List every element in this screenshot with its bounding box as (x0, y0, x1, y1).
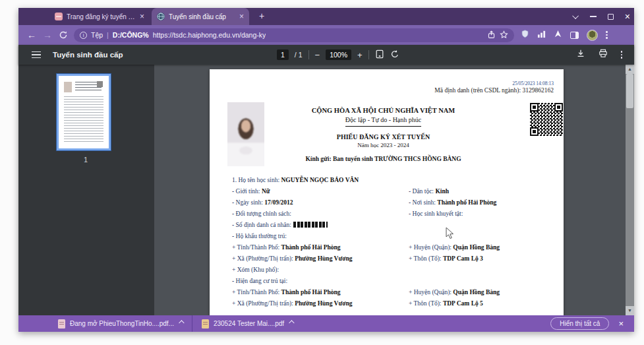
scroll-up-icon[interactable]: ▲ (626, 65, 634, 74)
download-item-chevron-icon[interactable] (179, 320, 184, 325)
show-all-downloads-button[interactable]: Hiển thị tất cả (550, 317, 609, 330)
page-thumbnail[interactable] (57, 74, 111, 150)
scroll-down-icon[interactable]: ▼ (626, 306, 634, 315)
print-timestamp: 25/05/2023 14:08:13 (512, 80, 554, 86)
download-icon[interactable] (576, 49, 585, 61)
new-tab-button[interactable]: + (256, 11, 268, 22)
national-title: CỘNG HÒA XÃ HỘI CHỦ NGHĨA VIỆT NAM (272, 106, 494, 115)
address-bar: ← → i Tệp | D:/CÔNG% https://tsdc.haipho… (18, 25, 634, 45)
download-item-label: 230524 Tester Mai....pdf (214, 320, 284, 327)
share-icon[interactable] (487, 30, 496, 40)
mouse-cursor (446, 227, 454, 242)
extension-shield-icon[interactable] (521, 29, 529, 41)
info-row: - Ngày sinh: 17/09/2012 - Nơi sinh: Thàn… (232, 197, 556, 208)
viewer-scrollbar[interactable]: ▲ ▼ (626, 65, 634, 315)
profile-avatar[interactable] (587, 30, 598, 41)
recipient-line: Kính gửi: Ban tuyển sinh TRƯỜNG THCS HỒN… (272, 155, 494, 164)
info-row: + Tỉnh/Thành Phố: Thành phố Hải Phòng + … (232, 242, 556, 253)
pdf-menu-kebab-icon[interactable] (621, 51, 623, 59)
tab-tuyen-sinh-dau-cap[interactable]: Tuyển sinh đầu cấp × (152, 8, 249, 25)
zoom-level-input[interactable]: 100% (326, 49, 351, 60)
url-omnibox[interactable]: i Tệp | D:/CÔNG% https://tsdc.haiphong.e… (74, 28, 514, 42)
pdf-menu-hamburger-icon[interactable] (32, 51, 41, 59)
form-title: PHIẾU ĐĂNG KÝ XÉT TUYỂN (272, 133, 494, 141)
info-row: - Hộ khẩu thường trú: (232, 231, 556, 242)
side-panel-icon[interactable] (570, 32, 579, 39)
download-item-2[interactable]: 230524 Tester Mai....pdf (192, 315, 302, 332)
bookmark-star-icon[interactable] (500, 30, 508, 40)
tab-title: Trang đăng ký tuyển sinh Hải Ph (67, 13, 136, 20)
extension-arrow-icon[interactable] (554, 29, 562, 41)
student-info-section: 1. Họ tên học sinh: NGUYỄN NGỌC BẢO VÂN … (232, 175, 556, 309)
zoom-out-button[interactable]: − (315, 50, 320, 60)
extension-stats-icon[interactable] (537, 29, 546, 41)
qr-code (528, 101, 564, 138)
page-number-input[interactable]: 1 (277, 49, 289, 60)
reload-icon[interactable] (55, 30, 71, 40)
url-divider: | (107, 31, 109, 39)
url-text: https://tsdc.haiphong.edu.vn/dang-ky (153, 31, 266, 39)
restore-icon[interactable] (608, 14, 614, 20)
info-row: - Đối tượng chính sách: - Học sinh khuyế… (232, 208, 556, 220)
download-item-chevron-icon[interactable] (289, 320, 294, 325)
info-row: - Hiện đang cư trú tại: (232, 276, 556, 287)
zoom-in-button[interactable]: + (357, 50, 363, 60)
desktop: { "theme": { "tabstrip_bg": "#483366", "… (0, 0, 644, 345)
document-viewport: 25/05/2023 14:08:13 Mã định danh (trên C… (154, 65, 634, 315)
school-year: Năm học 2023 - 2024 (272, 141, 494, 150)
pdf-file-icon (202, 319, 209, 329)
student-photo (227, 102, 264, 166)
pdf-document-title: Tuyển sinh đầu cấp (53, 51, 123, 59)
id-label: Mã định danh (trên CSDL ngành): (434, 87, 521, 94)
window-close-icon[interactable]: × (625, 13, 630, 20)
browser-menu-kebab-icon[interactable] (606, 31, 608, 39)
thumbnail-page-number: 1 (57, 156, 115, 164)
page-info-icon[interactable]: i (80, 32, 87, 39)
pdf-toolbar: Tuyển sinh đầu cấp 1 / 1 − 100% + (18, 45, 634, 65)
back-icon[interactable]: ← (24, 30, 40, 40)
browser-window: Trang đăng ký tuyển sinh Hải Ph × Tuyển … (18, 8, 634, 332)
shelf-close-icon[interactable]: × (618, 319, 624, 329)
extensions-area (521, 29, 608, 41)
globe-favicon-icon (157, 13, 165, 20)
redacted-id-value (293, 222, 328, 228)
info-row: + Xã (Phường/Thị trấn): Phường Hùng Vươn… (232, 298, 556, 309)
download-item-1[interactable]: Đang mở PhieuThongTinHo....pdf... (49, 315, 192, 332)
fit-page-icon[interactable] (375, 49, 384, 60)
info-row: + Xóm (Khu phố): (232, 265, 556, 276)
info-row: + Xã (Phường/Thị trấn): Phường Hùng Vươn… (232, 253, 556, 265)
pdf-file-icon (58, 319, 65, 329)
scrollbar-thumb[interactable] (626, 74, 633, 108)
forward-icon[interactable]: → (40, 30, 55, 40)
thumb-photo-block (64, 82, 72, 92)
motto: Độc lập - Tự do - Hạnh phúc (345, 115, 421, 127)
download-item-label: Đang mở PhieuThongTinHo....pdf... (70, 320, 174, 327)
tab-strip: Trang đăng ký tuyển sinh Hải Ph × Tuyển … (18, 8, 634, 25)
seal-favicon-icon (55, 13, 63, 20)
url-scheme-label: Tệp (91, 31, 103, 39)
info-row: 1. Họ tên học sinh: NGUYỄN NGỌC BẢO VÂN (232, 175, 556, 186)
minimize-icon[interactable] (590, 16, 597, 17)
tab-title: Tuyển sinh đầu cấp (169, 13, 235, 20)
print-icon[interactable] (599, 49, 608, 61)
tab-close-icon[interactable]: × (140, 13, 144, 20)
id-value: 3129862162 (523, 87, 554, 94)
rotate-icon[interactable] (390, 49, 399, 60)
url-bold-segment: D:/CÔNG% (113, 31, 149, 39)
pdf-page-controls: 1 / 1 − 100% + (277, 49, 399, 60)
info-row: + Tỉnh/Thành Phố: Thành phố Hải Phòng + … (232, 287, 556, 298)
pdf-page: 25/05/2023 14:08:13 Mã định danh (trên C… (210, 69, 564, 315)
page-total-label: / 1 (295, 51, 303, 59)
window-menu-chevron-icon[interactable] (572, 13, 579, 19)
tab-trang-dang-ky[interactable]: Trang đăng ký tuyển sinh Hải Ph × (49, 8, 150, 25)
info-row: - Giới tính: Nữ - Dân tộc: Kinh (232, 186, 556, 197)
downloads-shelf: Đang mở PhieuThongTinHo....pdf... 230524… (18, 315, 634, 332)
pdf-action-buttons (576, 49, 623, 61)
tab-close-icon[interactable]: × (239, 13, 244, 20)
thumbnail-sidebar: 1 (18, 65, 154, 315)
pdf-viewer-content: 1 25/05/2023 14:08:13 Mã định danh (trên… (18, 65, 634, 315)
window-controls: × (574, 8, 630, 25)
info-row: - Số định danh cá nhân: (232, 220, 556, 231)
